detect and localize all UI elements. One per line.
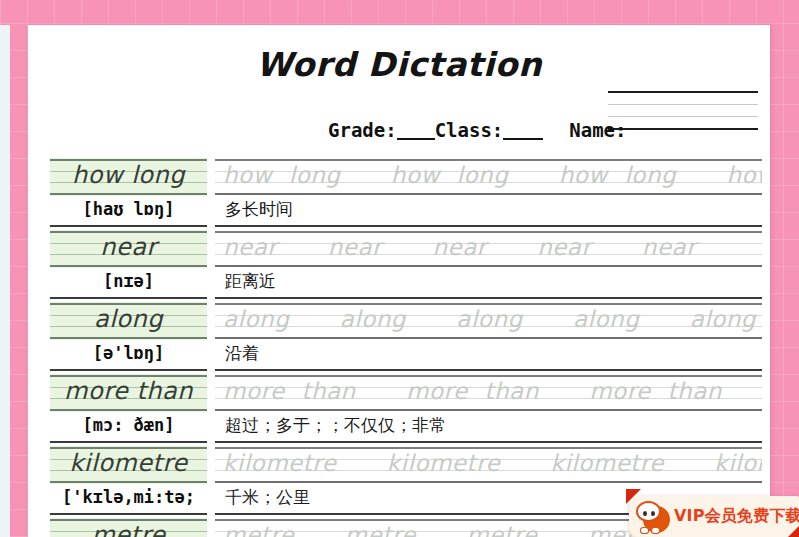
meaning-box: 距离近 bbox=[215, 268, 762, 299]
trace-lines: how long how long how long how long bbox=[215, 158, 762, 196]
meaning-box: 多长时间 bbox=[215, 196, 762, 227]
trace-text: how long how long how long how long bbox=[215, 158, 762, 193]
phonetic-label: ['kɪlə,mi:tə; bbox=[62, 487, 195, 507]
word-entry: how long how long how long how long how … bbox=[50, 158, 762, 227]
word-label: along bbox=[50, 302, 207, 337]
phonetic-box: [ə'lɒŋ] bbox=[50, 340, 207, 371]
rule-line bbox=[608, 91, 758, 93]
rule-line bbox=[608, 116, 758, 117]
phonetic-label: [ə'lɒŋ] bbox=[93, 343, 165, 363]
rule-line bbox=[608, 104, 758, 105]
word-label: metre bbox=[50, 518, 207, 537]
meaning-label: 超过；多于；；不仅仅；非常 bbox=[225, 415, 446, 435]
meaning-box: 沿着 bbox=[215, 340, 762, 371]
vip-download-badge[interactable]: VIP会员免费下载 bbox=[629, 496, 799, 537]
panda-mascot-icon bbox=[636, 500, 672, 534]
trace-text: near near near near near bbox=[215, 230, 762, 265]
grade-blank bbox=[397, 134, 435, 140]
name-writing-lines bbox=[608, 91, 758, 130]
phonetic-box: [haʊ lɒŋ] bbox=[50, 196, 207, 227]
vip-badge-label: VIP会员免费下载 bbox=[674, 506, 799, 527]
word-entries: how long how long how long how long how … bbox=[50, 158, 762, 537]
word-box: more than bbox=[50, 374, 207, 412]
word-box: kilometre bbox=[50, 446, 207, 484]
word-entry: near near near near near near [nɪə] 距离近 bbox=[50, 230, 762, 299]
phonetic-box: [mɔ: ðæn] bbox=[50, 412, 207, 443]
word-box: metre bbox=[50, 518, 207, 537]
word-label: how long bbox=[50, 158, 207, 193]
trace-lines: along along along along along bbox=[215, 302, 762, 340]
class-label: Class: bbox=[435, 119, 504, 141]
trace-lines: more than more than more than more bbox=[215, 374, 762, 412]
phonetic-box: ['kɪlə,mi:tə; bbox=[50, 484, 207, 515]
word-entry: more than more than more than more than … bbox=[50, 374, 762, 443]
grade-label: Grade: bbox=[328, 119, 397, 141]
class-blank bbox=[503, 134, 543, 140]
name-label: Name: bbox=[569, 119, 626, 141]
word-label: kilometre bbox=[50, 446, 207, 481]
word-box: near bbox=[50, 230, 207, 268]
meaning-label: 多长时间 bbox=[225, 199, 293, 219]
phonetic-label: [haʊ lɒŋ] bbox=[82, 199, 174, 219]
word-entry: along along along along along along [ə'l… bbox=[50, 302, 762, 371]
meaning-label: 沿着 bbox=[225, 343, 259, 363]
phonetic-label: [nɪə] bbox=[103, 271, 154, 291]
ribbon-corner-icon bbox=[786, 525, 799, 537]
worksheet-paper: Word Dictation Grade: Class: Name: how l… bbox=[28, 25, 770, 537]
meaning-box: 超过；多于；；不仅仅；非常 bbox=[215, 412, 762, 443]
trace-text: along along along along along bbox=[215, 302, 762, 337]
phonetic-box: [nɪə] bbox=[50, 268, 207, 299]
word-box: how long bbox=[50, 158, 207, 196]
trace-lines: kilometre kilometre kilometre kilometre bbox=[215, 446, 762, 484]
grade-class-name-row: Grade: Class: Name: bbox=[328, 119, 626, 141]
trace-text: kilometre kilometre kilometre kilometre bbox=[215, 446, 762, 481]
word-box: along bbox=[50, 302, 207, 340]
trace-text: more than more than more than more bbox=[215, 374, 762, 409]
word-label: more than bbox=[50, 374, 207, 409]
word-label: near bbox=[50, 230, 207, 265]
trace-lines: near near near near near bbox=[215, 230, 762, 268]
page-left-strip bbox=[0, 25, 10, 537]
rule-line bbox=[608, 128, 758, 130]
worksheet-title: Word Dictation bbox=[28, 45, 770, 84]
meaning-label: 千米；公里 bbox=[225, 487, 310, 507]
phonetic-label: [mɔ: ðæn] bbox=[82, 415, 174, 435]
meaning-label: 距离近 bbox=[225, 271, 276, 291]
